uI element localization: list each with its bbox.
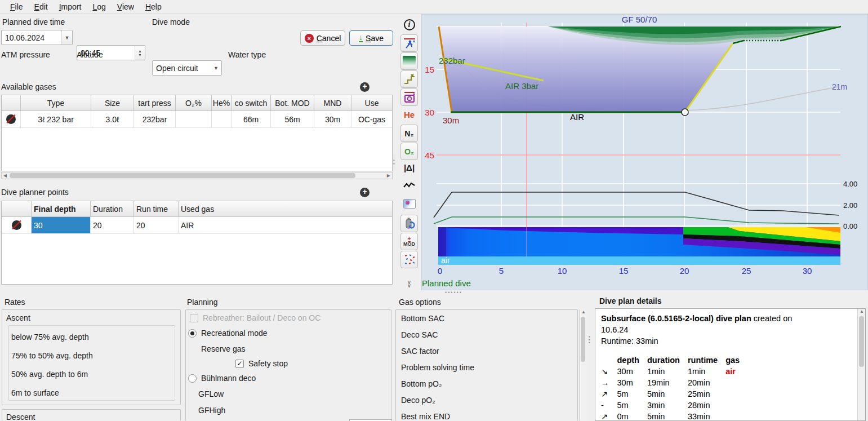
gas-band-label: air — [441, 256, 450, 265]
buhlmann-radio[interactable] — [188, 374, 197, 383]
col-bot-mod[interactable]: Bot. MOD — [271, 95, 314, 110]
dive-date-input[interactable]: 10.06.2024 ▼ — [1, 30, 73, 45]
col-use[interactable]: Use — [351, 95, 392, 110]
scroll-thumb[interactable] — [10, 173, 355, 178]
best-mix-end-label: Best mix END — [401, 412, 450, 421]
ascent-title: Ascent — [6, 313, 30, 322]
ascent-speed-button[interactable] — [400, 34, 418, 52]
diver-icon — [403, 37, 416, 50]
sac-factor-label: SAC factor — [401, 347, 439, 356]
menu-help[interactable]: Help — [140, 1, 167, 12]
col-mnd[interactable]: MND — [314, 95, 351, 110]
mod-display-button[interactable]: + MOD — [400, 233, 418, 250]
add-gas-button[interactable]: + — [360, 82, 370, 92]
planner-points-table: Final depth Duration Run time Used gas 3… — [1, 201, 393, 285]
svg-text:2.00: 2.00 — [843, 201, 857, 210]
scroll-right-icon[interactable]: ▶ — [387, 173, 390, 178]
col-size[interactable]: Size — [91, 95, 134, 110]
plan-heading: Subsurface (6.0.5165-2-local) dive plan … — [601, 313, 853, 324]
water-type-label: Water type — [228, 50, 266, 59]
plan-details-vscrollbar[interactable]: ▲ — [857, 309, 865, 420]
tts-display-button[interactable] — [400, 88, 418, 106]
gflow-label: GFLow — [198, 389, 224, 398]
safety-stop-row[interactable]: ✓ Safety stop — [235, 359, 288, 368]
scroll-up-icon[interactable]: ▲ — [860, 309, 864, 314]
bubbles-display-button[interactable] — [400, 251, 418, 268]
planning-title: Planning — [187, 298, 218, 307]
col-he[interactable]: He% — [212, 95, 232, 110]
col-used-gas[interactable]: Used gas — [179, 201, 224, 216]
delete-gas-icon[interactable] — [6, 114, 16, 124]
gases-hscrollbar[interactable]: ◀ ▶ — [1, 172, 393, 179]
plan-col-duration: duration — [647, 354, 688, 366]
plan-runtime: Runtime: 33min — [601, 335, 853, 347]
col-o2[interactable]: O₂% — [176, 95, 212, 110]
recreational-radio-row[interactable]: Recreational mode — [188, 329, 268, 338]
menu-view[interactable]: View — [112, 1, 140, 12]
plan-table: depth duration runtime gas ↘30m 1min1min… — [601, 354, 747, 421]
spin-arrows-icon[interactable]: ▲▼ — [135, 46, 145, 60]
scroll-thumb[interactable] — [581, 317, 585, 362]
menu-edit[interactable]: Edit — [29, 1, 54, 12]
rebreather-checkbox-row[interactable]: Rebreather: Bailout / Deco on OC — [190, 313, 321, 322]
panel-splitter-handle[interactable]: ••• — [586, 336, 590, 344]
problem-solving-time-label: Problem solving time — [401, 363, 474, 372]
dive-profile-chart[interactable]: air GF 50/70 15 30 45 4.00 2.00 0.00 0 5… — [421, 14, 868, 290]
gas-options-title: Gas options — [399, 298, 441, 307]
increment-profile-button[interactable] — [400, 70, 418, 88]
col-type[interactable]: Type — [21, 95, 91, 110]
plan-date: 10.6.24 — [601, 324, 853, 335]
heart-rate-icon[interactable] — [400, 181, 418, 189]
menu-log[interactable]: Log — [87, 1, 111, 12]
dive-mode-select[interactable]: Open circuit ▼ — [152, 60, 222, 76]
start-pressure-label: 232bar — [439, 56, 465, 65]
safety-stop-checkbox[interactable]: ✓ — [235, 360, 244, 368]
descent-title: Descent — [6, 413, 35, 421]
recreational-radio[interactable] — [188, 329, 197, 338]
splitter-handle[interactable]: •••••• — [445, 290, 462, 295]
info-icon[interactable]: i — [400, 19, 418, 30]
planned-dive-time-label: Planned dive time — [2, 17, 65, 26]
add-point-button[interactable]: + — [360, 188, 370, 197]
photos-icon[interactable] — [400, 199, 418, 209]
col-run-time[interactable]: Run time — [134, 201, 179, 216]
gas-row[interactable]: 3ℓ 232 bar 3.0ℓ 232bar 66m 56m 30m OC-ga… — [2, 111, 392, 128]
menu-import[interactable]: Import — [54, 1, 87, 12]
n2-graph-button[interactable]: N₂ — [400, 125, 418, 142]
save-button[interactable]: ↓ Save — [349, 30, 393, 46]
cancel-button[interactable]: × Cancel — [300, 30, 345, 46]
scroll-up-icon[interactable]: ▲ — [581, 309, 586, 314]
planner-point-row[interactable]: 30 20 20 AIR — [2, 217, 392, 234]
avg-depth-label: 21m — [832, 82, 847, 91]
collapse-chevron-icon[interactable]: ∨∨ — [400, 281, 418, 287]
gfhigh-label: GFHigh — [198, 406, 225, 415]
ceiling-display-button[interactable] — [400, 52, 418, 70]
col-final-depth[interactable]: Final depth — [32, 201, 91, 216]
plan-details-title: Dive plan details — [599, 296, 661, 305]
profile-point-handle[interactable] — [682, 109, 688, 116]
svg-text:30: 30 — [425, 108, 434, 117]
chevron-down-icon[interactable]: ▼ — [61, 30, 72, 45]
gas-end-label: AIR 3bar — [505, 81, 538, 91]
col-deco-switch[interactable]: co switch — [232, 95, 271, 110]
ascent-rate-row-3: 50% avg. depth to 6m — [11, 370, 88, 379]
svg-text:20: 20 — [680, 266, 689, 276]
scroll-thumb[interactable] — [859, 316, 864, 367]
mean-depth-delta-icon[interactable]: |Δ| — [400, 163, 418, 172]
planning-groupbox — [185, 309, 391, 421]
options-vscrollbar[interactable]: ▲ — [579, 309, 586, 421]
buhlmann-radio-row[interactable]: Bühlmann deco — [188, 374, 256, 383]
gas-change-button[interactable] — [400, 215, 418, 232]
he-graph-icon[interactable]: He — [400, 110, 418, 119]
o2-graph-button[interactable]: O₂ — [400, 143, 418, 160]
plan-col-gas: gas — [725, 354, 747, 366]
delete-point-icon[interactable] — [12, 220, 21, 230]
col-duration[interactable]: Duration — [91, 201, 134, 216]
tissue-heatmap — [438, 227, 840, 256]
chart-title: GF 50/70 — [622, 15, 657, 24]
col-start-press[interactable]: tart press — [134, 95, 176, 110]
menu-file[interactable]: File — [5, 1, 29, 12]
final-depth-cell[interactable]: 30 — [32, 217, 91, 233]
bottom-depth-label: 30m — [443, 116, 459, 125]
scroll-left-icon[interactable]: ◀ — [3, 173, 7, 178]
